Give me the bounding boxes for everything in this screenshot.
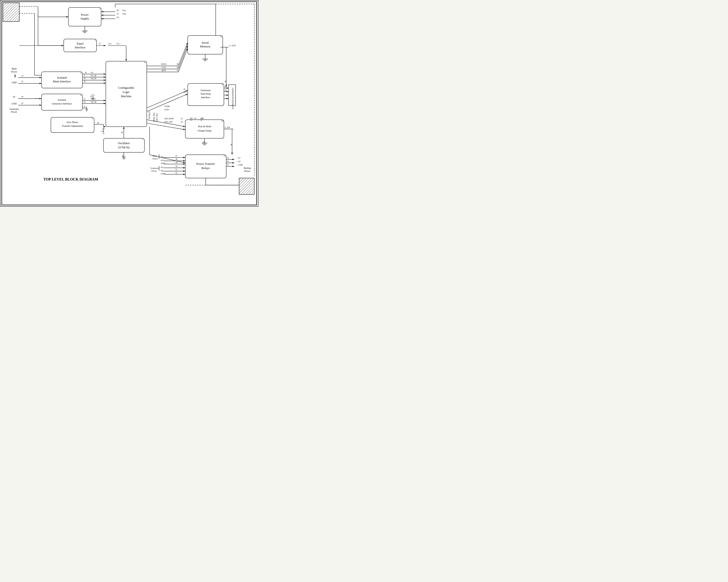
gnd-label2: GND — [11, 102, 17, 105]
svg-rect-4 — [3, 3, 19, 22]
sig-vzc-m: Vzc_M — [91, 75, 96, 77]
power-supply-num: 1 — [99, 7, 100, 10]
sig-24: 24 — [116, 9, 119, 11]
svg-rect-98 — [239, 178, 254, 195]
svg-point-78 — [190, 119, 192, 120]
gnd-label1: GND — [11, 81, 17, 84]
panel-interface-label2: Interface — [75, 46, 85, 49]
phi1-bp: → φ1 — [236, 157, 240, 159]
pick-hold-label1: Pick & Hold — [198, 125, 211, 128]
pin-17-text: 17 — [84, 75, 85, 77]
pin-36b: 36 — [121, 132, 123, 134]
pin-48: 48 — [176, 158, 177, 160]
sig-vcc-27: Vcc — [108, 43, 111, 45]
serial-memory-label2: Memory — [200, 45, 210, 48]
serial-memory-num: 8 — [220, 35, 222, 38]
sig-vhv: V_HV — [225, 126, 230, 129]
sig-vcc-top: Vcc — [116, 43, 120, 45]
gen-power-11-label2: Power — [152, 170, 157, 172]
pin-37-text: 37 — [103, 133, 105, 135]
panel-interface-num: 2 — [95, 39, 96, 41]
diagram-title: TOP LEVEL BLOCK DIAGRAM — [43, 177, 98, 181]
sig-vzc-g: Vzc_G — [91, 98, 96, 100]
pin-53: 53 — [227, 157, 229, 159]
svg-line-65 — [178, 48, 188, 72]
config-logic-label1: Configurable — [118, 86, 134, 89]
sig-vcc-37: Vcc — [101, 130, 104, 132]
pin-50: 50 — [176, 165, 177, 167]
phi1-label: φ1 — [13, 95, 16, 98]
gen-power-11-label: Generator — [150, 167, 159, 169]
pin-13: 13 — [21, 80, 23, 83]
oscillator-num: 7 — [142, 138, 144, 141]
sig-vdd: Vdd — [122, 13, 126, 15]
pin-12: 12 — [21, 75, 23, 77]
svg-line-82 — [147, 123, 185, 130]
gen-ss-label1: Generator — [201, 89, 211, 91]
power-transfer-label2: Relays — [202, 166, 210, 170]
pin-30: 30 — [177, 66, 179, 68]
isolated-gen-label1: Isolated — [58, 99, 66, 101]
isolated-gen-num: 4 — [80, 94, 81, 96]
main-power-label2: Power — [11, 71, 17, 73]
diagram-container: Power Supply 1 24 Vext 25 Vdd 26 Panel I… — [0, 0, 258, 206]
pin-43: 43 — [202, 117, 204, 119]
panel-interface-label1: Panel — [77, 42, 84, 45]
pin-15: 15 — [21, 102, 23, 105]
config-logic-block — [106, 61, 147, 127]
zero-phase-num: 5 — [92, 117, 93, 120]
pin-22-text: 22 — [84, 101, 85, 103]
gen-interface-label: GENERATOR INTERFACE — [232, 88, 234, 109]
isolated-gen-label2: Generator Interface — [52, 102, 72, 105]
sig-vcc-43: Vcc — [190, 117, 193, 119]
svg-line-64 — [178, 45, 188, 69]
sig-data: DATA — [161, 63, 167, 65]
sig-25: 25 — [116, 13, 119, 15]
pin-18-text: 18 — [84, 78, 85, 80]
gen-power-label: Generator — [9, 108, 19, 110]
sig-26: 26 — [116, 16, 119, 19]
pin-44: 44 — [194, 117, 196, 119]
brace-main: { — [158, 154, 160, 159]
pick-hold-label2: Charge Pump — [198, 129, 212, 132]
pin-54: 54 — [227, 160, 229, 163]
pin-21-text: 21 — [84, 98, 85, 100]
sig-use-gen: USE_GEN — [164, 121, 173, 123]
pin-28-text: 28 — [97, 122, 99, 124]
gnd-bp: → GND — [236, 164, 243, 166]
phi2-bp: → φ2 — [236, 160, 240, 163]
gen-power-label2: Power — [11, 111, 17, 113]
backup-power-label1: Backup — [244, 167, 251, 169]
power-supply-label: Power — [81, 13, 89, 17]
pin-20-text: 20 — [90, 95, 92, 98]
sig-vext2: V_EXT — [229, 45, 236, 47]
sig-vcc-20: Vcc — [92, 94, 95, 96]
pin-19-text: 19 — [84, 81, 85, 83]
pin-52: 52 — [176, 172, 177, 174]
pin-46: 46 — [230, 144, 232, 146]
oscillator-label1: Oscillator — [118, 141, 130, 145]
isolated-main-num: 3 — [80, 72, 81, 74]
pin-29: 29 — [177, 63, 179, 65]
pin-33: 33 — [183, 91, 185, 93]
sig-vext: Vext — [122, 9, 126, 11]
sig-clk: CLK — [162, 66, 166, 68]
pin-36-text: 36 — [122, 155, 124, 157]
pin-45: 45 — [203, 141, 205, 143]
config-logic-label3: Machine — [121, 94, 132, 98]
gen-ss-label3: Interface — [201, 96, 210, 99]
pin-14: 14 — [21, 95, 23, 98]
zero-phase-label1: Zero Phase — [67, 121, 78, 123]
sig-use-main: USE_MAIN — [164, 118, 174, 120]
use-main-vert: USE_MAIN — [153, 113, 155, 122]
pin-41: 41 — [225, 86, 227, 88]
pin-51: 51 — [176, 169, 177, 171]
pin-55: 55 — [227, 164, 229, 166]
gen-ss-label2: Start/Stop — [201, 92, 211, 95]
power-supply-label2: Supply — [81, 17, 89, 20]
use-gen-vert: USE_GEN — [156, 113, 158, 121]
sig-stop: STOP — [164, 109, 169, 111]
config-logic-num: 6 — [145, 61, 146, 64]
main-power-11-label2: Power — [153, 158, 158, 160]
backup-power-label2: Power — [244, 170, 251, 172]
